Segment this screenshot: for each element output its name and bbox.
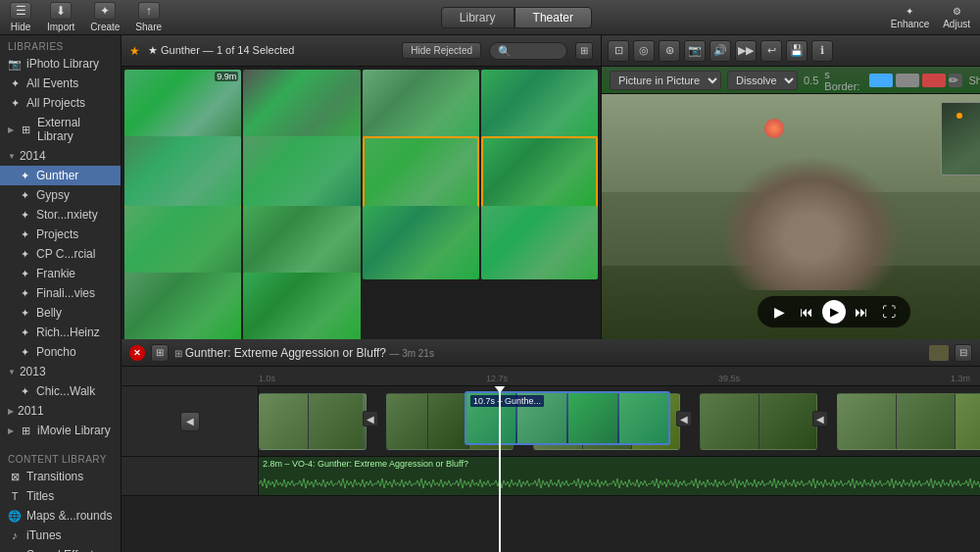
clip-5[interactable] xyxy=(837,393,980,450)
thumbnail-2[interactable] xyxy=(363,70,479,143)
tab-theater[interactable]: Theater xyxy=(514,7,592,28)
playhead[interactable] xyxy=(499,386,501,552)
sidebar-item-imovie-library[interactable]: ▶ ⊞ iMovie Library xyxy=(0,421,121,440)
sidebar-item-gunther[interactable]: ✦ Gunther xyxy=(0,166,121,185)
thumbnail-1[interactable] xyxy=(243,70,360,143)
create-button[interactable]: ✦ Create xyxy=(90,2,120,32)
border-color-red[interactable] xyxy=(922,74,946,87)
undo-tool[interactable]: ↩ xyxy=(760,40,782,62)
audio-track-header xyxy=(122,457,259,495)
thumbnail-11[interactable] xyxy=(481,206,598,279)
sidebar-item-itunes[interactable]: ♪ iTunes xyxy=(0,526,121,545)
timeline-close-button[interactable]: ✕ xyxy=(129,345,145,361)
thumbnail-13[interactable] xyxy=(243,273,360,340)
poncho-icon: ✦ xyxy=(18,345,31,359)
clip-1[interactable] xyxy=(259,393,367,450)
timeline-options[interactable]: ⊟ xyxy=(955,344,972,362)
sidebar-item-iphoto[interactable]: 📷 iPhoto Library xyxy=(0,54,121,74)
camera-tool[interactable]: 📷 xyxy=(684,40,706,62)
sidebar-item-all-projects[interactable]: ✦ All Projects xyxy=(0,93,121,113)
sidebar-item-all-events[interactable]: ✦ All Events xyxy=(0,74,121,93)
sidebar-item-story-anxiety[interactable]: ✦ Stor...nxiety xyxy=(0,205,121,225)
hide-button[interactable]: ☰ Hide xyxy=(10,2,31,32)
sidebar-year-2013[interactable]: ▼ 2013 xyxy=(0,362,121,381)
import-button[interactable]: ⬇ Import xyxy=(47,2,74,32)
imovie-icon: ⊞ xyxy=(19,424,32,437)
crop-tool[interactable]: ⊡ xyxy=(608,40,629,62)
view-toggle-button[interactable]: ⊞ xyxy=(575,42,593,60)
sidebar-item-projects[interactable]: ✦ Projects xyxy=(0,225,121,244)
audio-track-content[interactable]: 2.8m – VO-4: Gunther: Extreme Aggression… xyxy=(259,457,980,495)
sidebar-item-frankie[interactable]: ✦ Frankie xyxy=(0,264,121,283)
sidebar-item-cp-commercial[interactable]: ✦ CP C...rcial xyxy=(0,244,121,264)
border-color-gray[interactable] xyxy=(896,74,919,87)
sidebar-item-rich-heinz[interactable]: ✦ Rich...Heinz xyxy=(0,323,121,342)
thumbnail-7[interactable] xyxy=(481,136,598,210)
sidebar-item-transitions[interactable]: ⊠ Transitions xyxy=(0,467,121,486)
search-input[interactable] xyxy=(489,42,567,60)
sidebar-item-external-library[interactable]: ▶ ⊞ External Library xyxy=(0,113,121,146)
pip-overlay[interactable] xyxy=(941,102,980,176)
thumbnail-4[interactable] xyxy=(124,136,241,210)
sound-icon: ♫ xyxy=(8,548,22,552)
fast-forward-button[interactable]: ⏭ xyxy=(850,300,873,324)
waveform xyxy=(259,473,980,495)
float-thumb-3 xyxy=(568,393,617,443)
track-btn-left[interactable]: ◀ xyxy=(180,412,200,431)
info-tool[interactable]: ℹ xyxy=(811,40,833,62)
border-color-pen[interactable]: ✏ xyxy=(949,74,962,87)
sidebar: LIBRARIES 📷 iPhoto Library ✦ All Events … xyxy=(0,35,122,552)
viewer-toolbar: ⊡ ◎ ⊛ 📷 🔊 ▶▶ ↩ 💾 ℹ ↩ ↪ xyxy=(602,35,980,67)
color-tool[interactable]: ◎ xyxy=(633,40,655,62)
thumbnail-12[interactable] xyxy=(124,273,241,340)
pip-toolbar: Picture in Picture Dissolve 0.5 s Border… xyxy=(602,67,980,94)
play-button[interactable]: ▶ xyxy=(767,300,791,324)
ruler-mark-4: 1.3m xyxy=(951,374,970,383)
sidebar-item-chic-walk[interactable]: ✦ Chic...Walk xyxy=(0,381,121,401)
clip-4[interactable] xyxy=(700,393,817,450)
thumbnail-5[interactable] xyxy=(243,136,360,210)
sidebar-item-finals[interactable]: ✦ Finali...vies xyxy=(0,283,121,303)
adjust-button[interactable]: ⚙ Adjust xyxy=(943,6,970,29)
sidebar-year-2011[interactable]: ▶ 2011 xyxy=(0,401,121,421)
sidebar-item-sound-effects[interactable]: ♫ Sound Effects xyxy=(0,545,121,552)
thumbnail-8[interactable] xyxy=(124,206,241,279)
border-color-blue[interactable] xyxy=(869,74,893,87)
enhance-label: Enhance xyxy=(891,19,929,29)
pip-select[interactable]: Picture in Picture xyxy=(610,71,721,90)
sidebar-year-2014[interactable]: ▼ 2014 xyxy=(0,146,121,166)
tab-library[interactable]: Library xyxy=(441,7,514,28)
share-button[interactable]: ↑ Share xyxy=(135,2,162,32)
triangle-icon: ▶ xyxy=(8,125,14,134)
timeline-tool-1[interactable]: ⊞ xyxy=(151,344,169,362)
sidebar-item-label: Poncho xyxy=(36,345,76,359)
noise-tool[interactable]: ⊛ xyxy=(659,40,680,62)
all-projects-icon: ✦ xyxy=(8,96,22,110)
share-icon: ↑ xyxy=(138,2,160,20)
fullscreen-button[interactable]: ⛶ xyxy=(877,300,901,324)
rewind-button[interactable]: ⏮ xyxy=(795,300,818,324)
sidebar-item-titles[interactable]: T Titles xyxy=(0,486,121,506)
thumbnail-6[interactable] xyxy=(363,136,479,210)
thumbnail-3[interactable] xyxy=(481,70,598,143)
speed-tool[interactable]: ▶▶ xyxy=(735,40,757,62)
thumbnail-10[interactable] xyxy=(363,206,479,279)
content-library-title: CONTENT LIBRARY xyxy=(0,448,121,467)
sidebar-item-gypsy[interactable]: ✦ Gypsy xyxy=(0,185,121,205)
sidebar-item-maps[interactable]: 🌐 Maps &...rounds xyxy=(0,506,121,526)
thumbnail-0[interactable]: 9.9m xyxy=(124,70,241,143)
sidebar-item-poncho[interactable]: ✦ Poncho xyxy=(0,342,121,362)
upper-area: ★ ★ Gunther — 1 of 14 Selected Hide Reje… xyxy=(122,35,980,339)
dissolve-select[interactable]: Dissolve xyxy=(727,71,798,90)
audio-tool[interactable]: 🔊 xyxy=(710,40,731,62)
floating-clip[interactable]: 10.7s – Gunthe... xyxy=(465,391,670,445)
shadow-label: Shadow xyxy=(968,75,980,86)
enhance-icon: ✦ xyxy=(906,6,913,17)
hide-rejected-button[interactable]: Hide Rejected xyxy=(402,42,481,59)
play-pause-button[interactable]: ▶ xyxy=(822,300,846,324)
save-tool[interactable]: 💾 xyxy=(786,40,808,62)
sidebar-item-belly[interactable]: ✦ Belly xyxy=(0,303,121,323)
thumbnail-9[interactable] xyxy=(243,206,360,279)
timeline-color-btn[interactable] xyxy=(929,345,949,361)
enhance-button[interactable]: ✦ Enhance xyxy=(891,6,929,29)
